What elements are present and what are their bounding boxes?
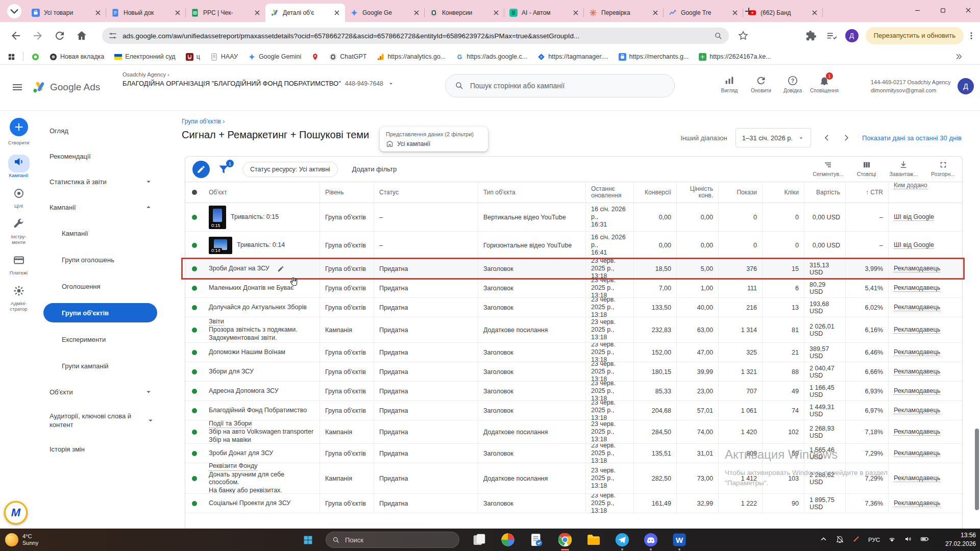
bookmark-item[interactable]: https://tagmanager.... (537, 53, 608, 61)
tab-close-icon[interactable] (412, 9, 421, 17)
column-header[interactable]: Рівень (320, 182, 374, 203)
taskbar-app-snipping[interactable] (528, 531, 545, 548)
tab-close-icon[interactable] (731, 9, 739, 17)
table-row[interactable]: Соціальні Проекти для ЗСУГрупа об'єктівП… (185, 494, 962, 513)
tab-search-button[interactable] (7, 4, 21, 18)
asset-cell[interactable]: Допоможи Нашим Воїнам (204, 343, 320, 362)
asset-cell[interactable]: 0:15Тривалість: 0:15 (204, 203, 320, 231)
table-row[interactable]: Реквізити ФондуДонать зручним для себе с… (185, 463, 962, 494)
browser-tab[interactable]: AI - Автом (504, 4, 584, 22)
window-maximize-button[interactable] (931, 0, 954, 20)
asset-cell[interactable]: Соціальні Проекти для ЗСУ (204, 494, 320, 513)
rail-item-cardpay[interactable]: Платежі (10, 254, 28, 276)
new-tab-button[interactable] (743, 5, 755, 17)
breadcrumb[interactable]: Групи об'єктів › (182, 118, 225, 125)
browser-profile-avatar[interactable]: Д (845, 29, 859, 42)
language-indicator[interactable]: РУС (868, 537, 880, 543)
table-tool-download[interactable]: Завантаж... (889, 160, 918, 177)
table-row[interactable]: 0:14Тривалість: 0:14Група об'єктів–Гориз… (185, 232, 962, 259)
table-row[interactable]: Збори для ЗСУГрупа об'єктівПридатнаЗагол… (185, 362, 962, 382)
tab-close-icon[interactable] (174, 9, 182, 17)
browser-tab[interactable]: Google Tre (664, 4, 743, 22)
rail-item-campaign[interactable]: Кампанії (8, 155, 30, 178)
sidebar-item[interactable]: Кампанії (37, 194, 162, 220)
bookmark-star-icon[interactable] (737, 30, 749, 42)
tab-close-icon[interactable] (572, 9, 580, 17)
tab-close-icon[interactable] (492, 9, 500, 17)
filter-funnel-button[interactable]: 1 (217, 163, 230, 176)
tab-close-icon[interactable] (333, 9, 341, 17)
column-header[interactable]: Кліки (762, 182, 804, 203)
taskbar-app-photos[interactable] (499, 531, 517, 548)
show-last-30-days-link[interactable]: Показати дані за останні 30 днів (862, 134, 962, 142)
extensions-puzzle-icon[interactable] (805, 30, 817, 41)
table-row[interactable]: Долучайся до Актуальних ЗборівГрупа об'є… (185, 298, 962, 317)
video-thumbnail[interactable]: 0:15 (209, 206, 226, 229)
tray-pen[interactable] (852, 535, 861, 545)
browser-tab[interactable]: (662) Банд (743, 4, 823, 22)
asset-cell[interactable]: Благодійний Фонд Побратимство (204, 401, 320, 420)
asset-cell[interactable]: Події та ЗбориЗбір на авто Volkswagen tr… (204, 420, 320, 443)
reading-list-icon[interactable] (826, 30, 837, 41)
bookmark-item[interactable]: Ghttps://ads.google.c... (456, 53, 527, 61)
tab-close-icon[interactable] (94, 9, 102, 17)
taskbar-weather[interactable]: 4°CSunny (5, 533, 38, 546)
table-row[interactable]: Маленьких Донатів не БуваєГрупа об'єктів… (185, 279, 962, 298)
hamburger-menu-icon[interactable] (11, 81, 23, 93)
sidebar-item[interactable]: Кампанії (37, 220, 162, 246)
taskbar-app-telegram[interactable] (614, 531, 631, 548)
tray-wifi[interactable] (888, 535, 896, 545)
sidebar-item[interactable]: Групи оголошень (37, 246, 162, 273)
next-period-button[interactable] (842, 133, 851, 142)
taskbar-app-explorer[interactable] (585, 531, 602, 548)
bookmark-item[interactable] (311, 53, 319, 61)
tab-close-icon[interactable] (651, 9, 659, 17)
back-button[interactable] (10, 30, 22, 42)
sidebar-item[interactable]: Аудиторії, ключові слова й контент (37, 405, 162, 436)
site-settings-icon[interactable] (108, 31, 117, 40)
header-action-refresh[interactable]: Оновити (745, 75, 777, 93)
bookmark-item[interactable]: ChatGPT (329, 53, 366, 61)
column-header[interactable]: Об'єкт (204, 182, 320, 203)
header-action-bell[interactable]: Сповіщення1 (808, 75, 840, 93)
column-header[interactable]: Статус (374, 182, 478, 203)
bookmark-item[interactable]: https://2624167a.ke... (699, 53, 771, 61)
tab-close-icon[interactable] (811, 9, 819, 17)
ads-profile-avatar[interactable]: Д (958, 78, 974, 94)
browser-tab[interactable]: Конверсии (425, 4, 504, 22)
asset-cell[interactable]: Збори для ЗСУ (204, 362, 320, 381)
scrollbar-thumb[interactable] (975, 429, 979, 510)
add-filter-button[interactable]: Додати фільтр (352, 165, 397, 173)
start-button[interactable] (303, 535, 313, 545)
tray-chevron-up[interactable] (819, 535, 828, 545)
column-header[interactable]: Конверсії (633, 182, 676, 203)
bookmark-item[interactable] (32, 53, 39, 61)
table-tool-columns[interactable]: Стовпці (857, 160, 876, 177)
tray-battery[interactable] (920, 535, 929, 545)
bookmark-item[interactable]: Електронний суд (114, 53, 175, 61)
table-row[interactable]: Зроби Донат на ЗСУГрупа об'єктівПридатна… (185, 259, 962, 279)
bookmark-item[interactable]: ц (186, 53, 200, 61)
rail-item-wrench[interactable]: Інстру-менти (11, 218, 26, 245)
sidebar-item[interactable]: Рекомендації (37, 143, 162, 169)
tray-volume[interactable] (904, 535, 913, 545)
taskbar-search[interactable]: Поиск (326, 532, 459, 548)
taskbar-app-widgets[interactable] (471, 531, 488, 548)
m-logo-badge[interactable]: M (4, 501, 28, 524)
google-ads-logo[interactable]: Google Ads (32, 80, 100, 94)
video-thumbnail[interactable]: 0:14 (209, 237, 232, 254)
column-header[interactable]: Вартість (804, 182, 845, 203)
column-header[interactable]: ↑ CTR (845, 182, 888, 203)
window-minimize-button[interactable] (905, 0, 929, 20)
scrollbar[interactable] (974, 204, 980, 529)
browser-menu-kebab-icon[interactable] (967, 31, 976, 40)
sidebar-item[interactable]: Експерименти (37, 326, 162, 353)
browser-tab[interactable]: PPC | Чек- (186, 4, 265, 22)
bookmark-item[interactable]: Google Gemini (248, 53, 301, 61)
prev-period-button[interactable] (822, 133, 831, 142)
edit-button[interactable] (192, 161, 210, 178)
sidebar-item[interactable]: Групи кампаній (37, 353, 162, 379)
table-row[interactable]: 0:15Тривалість: 0:15Група об'єктів–Верти… (185, 203, 962, 232)
column-header[interactable]: Цінність конв. (676, 182, 718, 203)
asset-cell[interactable]: Зроби Донат на ЗСУ (204, 259, 320, 278)
